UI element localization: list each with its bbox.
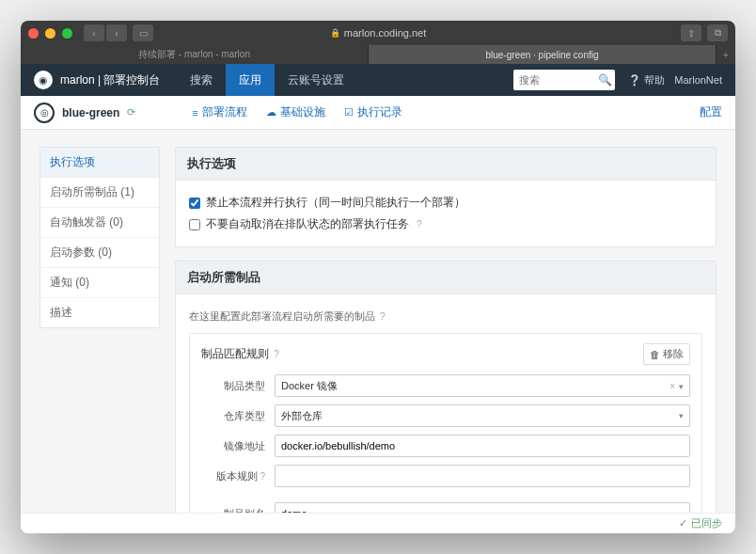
nav-search[interactable]: 搜索 <box>177 64 226 96</box>
repo-type-label: 仓库类型 <box>201 409 275 423</box>
version-rule-label: 版本规则 <box>216 470 258 482</box>
sync-icon: ✓ <box>679 517 687 530</box>
sidebar-description[interactable]: 描述 <box>40 298 159 327</box>
subnav-deploy-flow[interactable]: ≡部署流程 <box>192 104 246 120</box>
new-tab-button[interactable]: + <box>717 45 735 64</box>
disable-parallel-label: 禁止本流程并行执行（同一时间只能执行一个部署） <box>206 195 465 211</box>
url-bar[interactable]: 🔒 marlon.coding.net <box>330 27 426 39</box>
rules-label: 制品匹配规则 <box>201 347 269 360</box>
nav-cloud-accounts[interactable]: 云账号设置 <box>275 64 357 96</box>
artifact-type-select[interactable]: Docker 镜像 ×▾ <box>275 374 690 397</box>
no-auto-cancel-label: 不要自动取消在排队状态的部署执行任务 <box>206 216 409 232</box>
help-icon: ❔ <box>628 74 641 87</box>
help-icon[interactable]: ? <box>260 471 265 482</box>
lock-icon: 🔒 <box>330 28 340 38</box>
back-button[interactable]: ‹ <box>84 24 104 41</box>
sidebar-artifacts[interactable]: 启动所需制品 (1) <box>40 178 159 208</box>
artifact-type-label: 制品类型 <box>201 379 275 393</box>
sidebar-toggle[interactable]: ▭ <box>133 24 153 41</box>
refresh-icon[interactable]: ⟳ <box>127 106 135 119</box>
clear-icon[interactable]: × <box>669 381 675 391</box>
tabs-button[interactable]: ⧉ <box>707 24 728 41</box>
sidebar-exec-options[interactable]: 执行选项 <box>40 148 159 178</box>
repo-type-select[interactable]: 外部仓库 ▾ <box>275 404 690 427</box>
pipeline-name: blue-green <box>62 106 119 119</box>
config-link[interactable]: 配置 <box>700 104 722 120</box>
no-auto-cancel-checkbox[interactable] <box>189 219 200 230</box>
help-icon[interactable]: ? <box>417 219 422 230</box>
pipeline-icon: ◎ <box>34 103 55 123</box>
check-icon: ☑ <box>344 106 354 119</box>
image-addr-label: 镜像地址 <box>201 439 275 453</box>
sidebar-triggers[interactable]: 自动触发器 (0) <box>40 208 159 238</box>
chevron-down-icon: ▾ <box>679 382 684 391</box>
remove-button[interactable]: 🗑 移除 <box>643 343 690 365</box>
subnav-history[interactable]: ☑执行记录 <box>344 104 402 120</box>
search-icon[interactable]: 🔍 <box>598 73 612 87</box>
user-menu[interactable]: MarlonNet <box>674 74 722 86</box>
browser-tab-1[interactable]: blue-green · pipeline config <box>369 45 717 64</box>
list-icon: ≡ <box>192 107 197 119</box>
artifacts-title: 启动所需制品 <box>176 261 716 294</box>
window-minimize[interactable] <box>45 28 55 39</box>
subnav-infra[interactable]: ☁基础设施 <box>266 104 325 120</box>
disable-parallel-checkbox[interactable] <box>189 198 200 209</box>
sync-status: 已同步 <box>691 516 722 530</box>
search-input[interactable] <box>519 74 598 86</box>
window-close[interactable] <box>28 28 39 39</box>
nav-apps[interactable]: 应用 <box>226 64 275 96</box>
help-icon[interactable]: ? <box>274 349 279 359</box>
search-box[interactable]: 🔍 <box>513 70 615 90</box>
cloud-icon: ☁ <box>266 106 276 119</box>
chevron-down-icon: ▾ <box>679 411 684 420</box>
url-text: marlon.coding.net <box>344 27 426 39</box>
artifacts-desc: 在这里配置此部署流程启动所需要的制品 <box>189 310 375 322</box>
trash-icon: 🗑 <box>650 349 660 360</box>
app-logo-icon: ◉ <box>34 71 53 89</box>
version-rule-input[interactable] <box>275 465 690 487</box>
sidebar-params[interactable]: 启动参数 (0) <box>40 238 159 268</box>
forward-button[interactable]: › <box>106 24 127 41</box>
alias-input[interactable] <box>275 502 690 513</box>
app-title: marlon | 部署控制台 <box>60 72 160 88</box>
help-icon[interactable]: ? <box>380 311 386 322</box>
browser-tab-0[interactable]: 持续部署 - marlon - marlon <box>21 45 369 64</box>
exec-options-title: 执行选项 <box>176 148 716 181</box>
share-button[interactable]: ⇪ <box>681 24 701 41</box>
image-addr-input[interactable] <box>275 435 690 457</box>
sidebar-notifications[interactable]: 通知 (0) <box>40 268 159 298</box>
window-maximize[interactable] <box>62 28 72 39</box>
help-link[interactable]: ❔ 帮助 <box>628 73 665 87</box>
